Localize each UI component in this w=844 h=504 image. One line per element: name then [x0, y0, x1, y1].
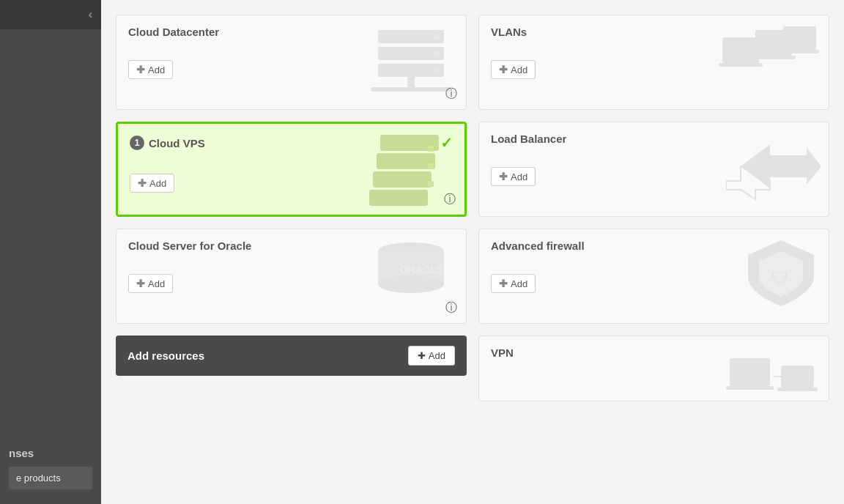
add-resources-button[interactable]: ✚ Add — [408, 346, 455, 366]
illustration-firewall: 🛡 — [741, 237, 821, 310]
plus-icon-lb: ✚ — [499, 171, 508, 182]
illustration-vlans — [719, 23, 821, 96]
illustration-datacenter — [363, 23, 459, 96]
add-button-cloud-datacenter[interactable]: ✚ Add — [128, 60, 173, 79]
illustration-vps — [362, 131, 457, 212]
card-cloud-server-oracle: Cloud Server for Oracle ORACLE ✚ Add ⓘ — [116, 229, 467, 324]
sidebar-toggle-icon[interactable]: ‹ — [89, 8, 92, 21]
svg-text:ORACLE: ORACLE — [400, 264, 443, 275]
svg-rect-13 — [428, 163, 434, 169]
svg-point-17 — [378, 275, 444, 293]
count-badge-cloud-vps: 1 — [130, 136, 144, 150]
svg-point-4 — [434, 51, 440, 56]
svg-rect-20 — [719, 63, 763, 67]
illustration-oracle: ORACLE — [363, 237, 459, 310]
illustration-lb — [726, 130, 821, 203]
info-icon-oracle[interactable]: ⓘ — [445, 300, 457, 316]
product-grid: Cloud Datacenter ✚ Add ⓘ — [116, 15, 829, 401]
svg-rect-6 — [407, 77, 415, 89]
sidebar-section: nses e products — [0, 435, 101, 504]
sidebar: ‹ nses e products — [0, 0, 101, 504]
card-vpn: VPN — [478, 336, 829, 401]
plus-icon-resources: ✚ — [418, 350, 426, 361]
add-button-oracle[interactable]: ✚ Add — [128, 274, 173, 293]
card-cloud-vps: 1 Cloud VPS ✓ ✚ Add ⓘ — [116, 122, 467, 217]
svg-rect-12 — [428, 146, 434, 152]
svg-rect-23 — [783, 26, 816, 50]
plus-icon-vlans: ✚ — [499, 64, 508, 75]
svg-text:🛡: 🛡 — [771, 268, 789, 288]
svg-point-3 — [434, 34, 440, 40]
svg-rect-14 — [428, 181, 434, 187]
sidebar-section-label: nses — [9, 447, 92, 459]
svg-rect-9 — [377, 153, 435, 169]
svg-point-5 — [434, 67, 440, 73]
svg-rect-28 — [730, 358, 770, 386]
right-column: VLANs ✚ Add Load Ba — [478, 15, 829, 401]
svg-marker-25 — [741, 144, 821, 188]
svg-rect-11 — [369, 190, 428, 206]
add-button-vlans[interactable]: ✚ Add — [491, 60, 536, 79]
plus-icon-vps: ✚ — [138, 177, 147, 189]
add-resources-banner: Add resources ✚ Add — [116, 336, 467, 376]
info-icon-cloud-vps[interactable]: ⓘ — [444, 192, 456, 207]
plus-icon: ✚ — [136, 64, 145, 75]
plus-icon-firewall: ✚ — [499, 278, 508, 289]
svg-rect-31 — [777, 388, 818, 391]
card-load-balancer: Load Balancer ✚ Add — [478, 122, 829, 217]
svg-rect-7 — [371, 87, 451, 92]
main-content: Cloud Datacenter ✚ Add ⓘ — [101, 0, 844, 504]
add-button-firewall[interactable]: ✚ Add — [491, 274, 536, 293]
add-resources-title: Add resources — [127, 349, 204, 362]
illustration-vpn — [726, 344, 821, 401]
sidebar-item-products[interactable]: e products — [9, 467, 92, 489]
svg-rect-30 — [781, 366, 814, 388]
sidebar-top: ‹ — [0, 0, 101, 29]
svg-rect-10 — [373, 171, 432, 188]
card-vlans: VLANs ✚ Add — [478, 15, 829, 110]
svg-rect-22 — [752, 56, 796, 59]
card-advanced-firewall: Advanced firewall 🛡 ✚ Add — [478, 229, 829, 324]
svg-rect-29 — [726, 386, 774, 390]
info-icon-cloud-datacenter[interactable]: ⓘ — [445, 86, 457, 102]
svg-rect-24 — [780, 50, 819, 53]
add-button-lb[interactable]: ✚ Add — [491, 167, 536, 186]
plus-icon-oracle: ✚ — [136, 278, 145, 289]
card-cloud-datacenter: Cloud Datacenter ✚ Add ⓘ — [116, 15, 467, 110]
add-button-cloud-vps[interactable]: ✚ Add — [130, 174, 174, 193]
